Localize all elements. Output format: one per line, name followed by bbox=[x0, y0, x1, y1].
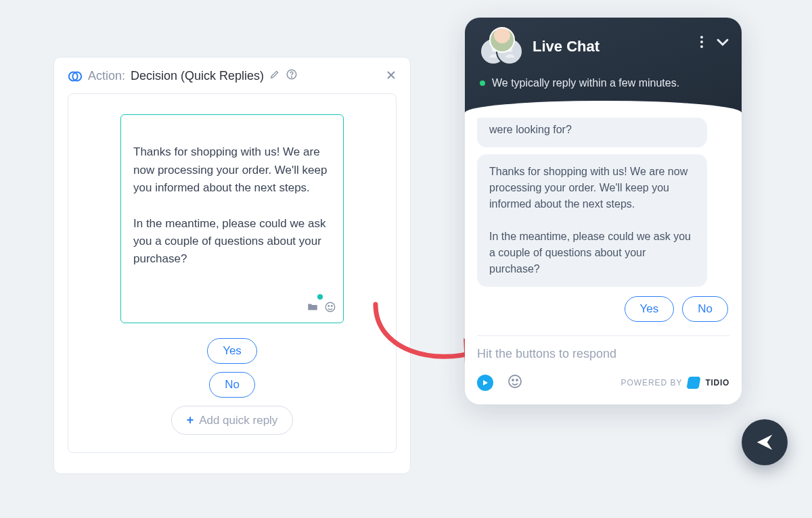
powered-by-label: POWERED BY bbox=[621, 378, 682, 387]
svg-point-10 bbox=[700, 41, 703, 43]
emoji-icon[interactable] bbox=[507, 373, 523, 392]
audio-play-icon[interactable] bbox=[477, 375, 493, 391]
status-text: We typically reply within a few minutes. bbox=[492, 77, 679, 89]
plus-icon: + bbox=[187, 413, 194, 427]
send-fab[interactable] bbox=[742, 419, 788, 465]
svg-point-5 bbox=[328, 306, 330, 307]
edit-icon[interactable] bbox=[269, 69, 280, 83]
chat-header: Live Chat We typically reply within a fe… bbox=[465, 18, 742, 112]
chat-footer: Hit the buttons to respond POWERED BY TI… bbox=[477, 335, 729, 404]
svg-point-9 bbox=[700, 36, 703, 39]
action-label: Action: bbox=[88, 69, 125, 83]
svg-point-14 bbox=[516, 379, 518, 381]
tidio-logo-icon bbox=[687, 377, 701, 389]
chat-title: Live Chat bbox=[533, 38, 600, 55]
powered-by[interactable]: POWERED BY TIDIO bbox=[621, 377, 729, 389]
quick-reply-yes[interactable]: Yes bbox=[625, 296, 675, 322]
avatar-stack bbox=[480, 31, 522, 62]
quick-reply-list: Yes No + Add quick reply bbox=[171, 338, 294, 435]
message-editor[interactable]: Thanks for shopping with us! We are now … bbox=[120, 114, 344, 323]
chat-input[interactable]: Hit the buttons to respond bbox=[477, 347, 729, 361]
quick-reply-no[interactable]: No bbox=[209, 372, 255, 398]
message-text: Thanks for shopping with us! We are now … bbox=[133, 145, 327, 265]
kebab-menu-icon[interactable] bbox=[700, 35, 704, 51]
action-name: Decision (Quick Replies) bbox=[131, 69, 264, 83]
close-icon[interactable] bbox=[384, 68, 398, 85]
add-quick-reply-label: Add quick reply bbox=[199, 414, 277, 427]
help-icon[interactable] bbox=[286, 68, 298, 84]
builder-body: Thanks for shopping with us! We are now … bbox=[68, 93, 397, 453]
chat-bubble: Thanks for shopping with us! We are now … bbox=[477, 154, 707, 287]
svg-point-12 bbox=[509, 375, 521, 387]
decision-icon bbox=[68, 69, 83, 84]
svg-point-4 bbox=[325, 302, 335, 312]
editor-tools bbox=[307, 283, 336, 319]
brand-name: TIDIO bbox=[705, 378, 729, 387]
emoji-icon[interactable] bbox=[324, 283, 336, 319]
quick-reply-no[interactable]: No bbox=[682, 296, 728, 322]
header-wave bbox=[465, 101, 742, 113]
quick-reply-yes[interactable]: Yes bbox=[207, 338, 257, 364]
quick-reply-row: Yes No bbox=[477, 296, 728, 322]
chat-bubble: were looking for? bbox=[477, 118, 707, 147]
chat-widget: Live Chat We typically reply within a fe… bbox=[465, 18, 742, 404]
builder-header: Action: Decision (Quick Replies) bbox=[68, 68, 397, 84]
avatar bbox=[489, 27, 515, 53]
status-line: We typically reply within a few minutes. bbox=[480, 77, 727, 89]
svg-point-11 bbox=[700, 45, 703, 48]
status-dot-icon bbox=[480, 80, 485, 86]
svg-point-3 bbox=[292, 76, 292, 77]
add-quick-reply-button[interactable]: + Add quick reply bbox=[171, 406, 294, 435]
minimize-chevron-icon[interactable] bbox=[716, 37, 729, 49]
chat-body: were looking for? Thanks for shopping wi… bbox=[465, 112, 742, 335]
svg-point-13 bbox=[512, 379, 514, 381]
svg-point-6 bbox=[332, 306, 333, 307]
folder-icon[interactable] bbox=[307, 283, 319, 319]
builder-panel: Action: Decision (Quick Replies) Thanks … bbox=[53, 57, 411, 474]
